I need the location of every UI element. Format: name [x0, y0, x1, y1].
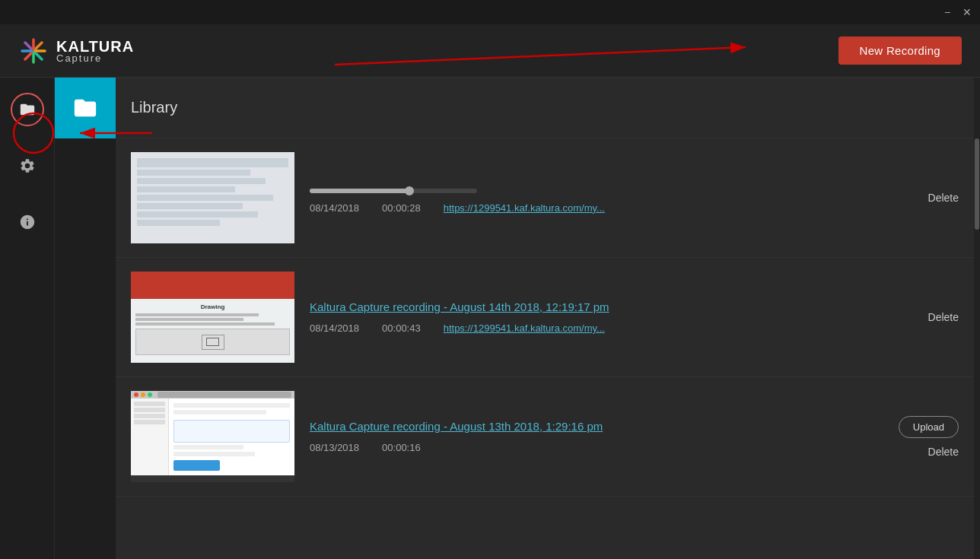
- content-wrapper: Library: [55, 78, 980, 559]
- svg-line-7: [25, 53, 31, 59]
- svg-line-4: [25, 43, 31, 49]
- recording-actions-1: Delete: [890, 192, 959, 204]
- recording-date-2: 08/14/2018: [310, 322, 359, 334]
- logo-capture: Capture: [56, 52, 134, 64]
- table-row: Drawing: [116, 258, 974, 377]
- recording-date-1: 08/14/2018: [310, 202, 359, 214]
- new-recording-button[interactable]: New Recording: [838, 37, 962, 65]
- recording-title-2[interactable]: Kaltura Capture recording - August 14th …: [310, 300, 875, 313]
- recordings-list[interactable]: 08/14/2018 00:00:28 https://1299541.kaf.…: [116, 138, 974, 559]
- logo-text: KALTURA Capture: [56, 38, 134, 64]
- folder-icon: [19, 101, 36, 118]
- recording-meta-2: 08/14/2018 00:00:43 https://1299541.kaf.…: [310, 322, 875, 334]
- progress-bar-1: [310, 189, 477, 193]
- recording-thumbnail-3: [131, 391, 294, 482]
- recording-title-3[interactable]: Kaltura Capture recording - August 13th …: [310, 420, 875, 433]
- scrollbar-track[interactable]: [974, 78, 980, 559]
- recording-actions-3: Upload Delete: [890, 416, 959, 458]
- recording-info-1: 08/14/2018 00:00:28 https://1299541.kaf.…: [310, 183, 875, 214]
- table-row: Kaltura Capture recording - August 13th …: [116, 377, 974, 497]
- scrollbar-thumb[interactable]: [975, 138, 979, 230]
- gear-icon: [19, 157, 36, 174]
- recording-info-2: Kaltura Capture recording - August 14th …: [310, 300, 875, 334]
- recording-info-3: Kaltura Capture recording - August 13th …: [310, 420, 875, 453]
- recording-thumbnail-2: Drawing: [131, 272, 294, 363]
- kaltura-logo-icon: [18, 36, 49, 66]
- active-tab-folder-icon: [72, 95, 98, 121]
- svg-line-6: [36, 43, 42, 49]
- recording-date-3: 08/13/2018: [310, 442, 359, 453]
- recording-url-2[interactable]: https://1299541.kaf.kaltura.com/my...: [444, 322, 605, 334]
- info-icon: [19, 214, 36, 230]
- delete-button-2[interactable]: Delete: [928, 311, 959, 323]
- table-row: 08/14/2018 00:00:28 https://1299541.kaf.…: [116, 138, 974, 258]
- sidebar-item-info[interactable]: [11, 205, 44, 239]
- recording-actions-2: Delete: [890, 311, 959, 323]
- delete-button-3[interactable]: Delete: [928, 446, 959, 458]
- sidebar-item-settings[interactable]: [11, 149, 44, 183]
- sidebar: [0, 78, 55, 559]
- recording-meta-3: 08/13/2018 00:00:16: [310, 442, 875, 453]
- delete-button-1[interactable]: Delete: [928, 192, 959, 204]
- minimize-button[interactable]: −: [942, 7, 953, 17]
- main-layout: Library: [0, 78, 980, 559]
- recording-duration-3: 00:00:16: [382, 442, 421, 453]
- close-button[interactable]: ✕: [962, 7, 972, 17]
- recording-meta-1: 08/14/2018 00:00:28 https://1299541.kaf.…: [310, 202, 875, 214]
- header: KALTURA Capture New Recording: [0, 24, 980, 78]
- content-area: Library: [116, 78, 974, 559]
- progress-dot-1: [405, 186, 414, 195]
- upload-button-3[interactable]: Upload: [899, 416, 959, 438]
- library-title: Library: [131, 99, 177, 116]
- active-tab[interactable]: [55, 78, 116, 138]
- svg-line-5: [36, 53, 42, 59]
- title-bar: − ✕: [0, 0, 980, 24]
- progress-bar-fill-1: [310, 189, 410, 193]
- logo-area: KALTURA Capture: [18, 36, 134, 66]
- sidebar-item-library[interactable]: [11, 93, 44, 126]
- recording-url-1[interactable]: https://1299541.kaf.kaltura.com/my...: [444, 202, 605, 214]
- library-header: Library: [116, 78, 974, 138]
- recording-thumbnail-1: [131, 152, 294, 243]
- recording-duration-2: 00:00:43: [382, 322, 421, 334]
- recording-duration-1: 00:00:28: [382, 202, 421, 214]
